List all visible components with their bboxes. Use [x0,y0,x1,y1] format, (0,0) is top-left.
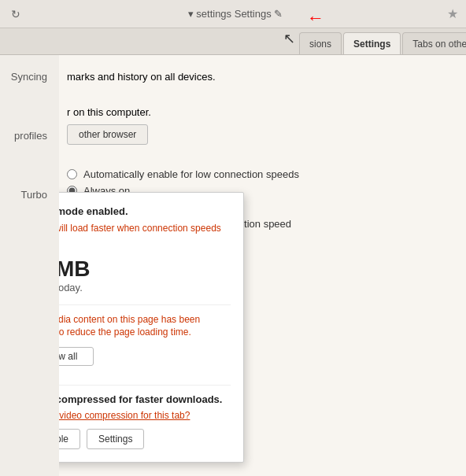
settings-button[interactable]: Settings [87,429,144,449]
popup-divider2 [59,385,231,386]
browser-topbar: ↻ ▾ settings Settings ✎ ← ★ [0,0,466,28]
tab-extensions[interactable]: sions [299,32,342,54]
bookmark-star-button[interactable]: ★ [447,6,458,21]
radio-auto-label: Automatically enable for low connection … [83,168,299,180]
sidebar-label-profiles: profiles [8,130,51,142]
import-from-browser-button[interactable]: other browser [67,124,148,145]
tab-bar: sions Settings Tabs on othe [0,28,466,55]
turbo-popup: Turbo mode enabled. Pages will load fast… [59,192,244,463]
popup-title: Turbo mode enabled. [59,205,231,217]
main-content: Syncing profiles Turbo marks and history… [0,55,466,476]
sidebar: Syncing profiles Turbo [0,55,59,476]
popup-size: 22 MB [59,256,231,282]
popup-buttons: Disable Settings [59,429,231,449]
popup-desc: Pages will load faster when connection s… [59,222,231,249]
tab-other-tabs[interactable]: Tabs on othe [402,32,466,54]
address-bar[interactable]: ▾ settings Settings ✎ [31,8,439,20]
popup-video-title: Video compressed for faster downloads. [59,393,231,405]
show-all-button[interactable]: Show all [59,347,94,366]
disable-video-link[interactable]: Disable video compression for this tab? [59,410,231,421]
popup-multimedia: Multimedia content on this page has been… [59,313,231,340]
popup-divider1 [59,304,231,305]
radio-auto[interactable]: Automatically enable for low connection … [67,168,450,180]
turbo-section: Turbo mode enabled. Pages will load fast… [67,168,450,246]
sidebar-label-turbo: Turbo [8,189,51,201]
syncing-text: marks and history on all devices. [67,71,450,83]
profiles-text: r on this computer. [67,106,450,118]
popup-saved: saved today. [59,282,231,293]
sidebar-label-syncing: Syncing [8,71,51,83]
disable-button[interactable]: Disable [59,429,80,449]
profiles-section: r on this computer. other browser [67,106,450,145]
refresh-button[interactable]: ↻ [8,6,24,22]
radio-auto-input[interactable] [67,169,77,179]
page-area: marks and history on all devices. r on t… [59,55,466,476]
tab-settings[interactable]: Settings [343,32,401,54]
